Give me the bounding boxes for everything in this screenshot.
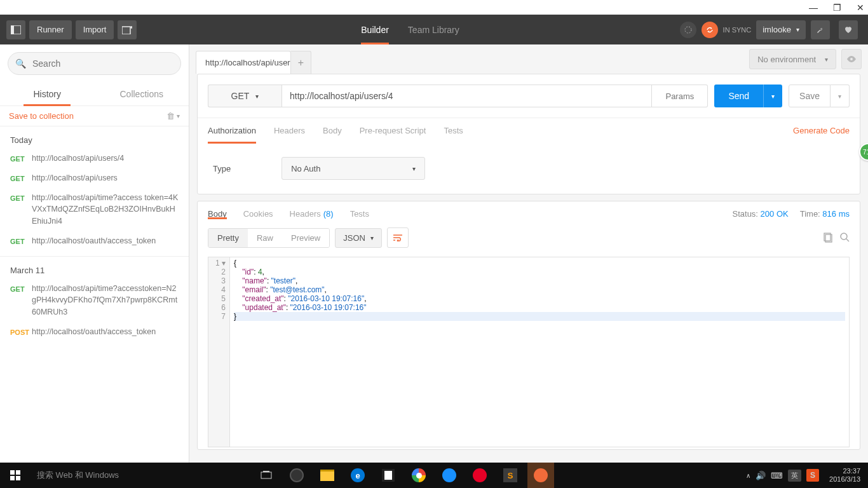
window-controls: — ❐ ✕ [0,0,868,15]
history-section-label: Today [0,126,189,149]
resp-tab-tests[interactable]: Tests [350,209,369,219]
environment-select[interactable]: No environment▾ [749,49,836,69]
svg-line-9 [846,239,849,241]
taskbar-app-active[interactable] [527,463,554,488]
new-window-button[interactable] [118,20,137,39]
copy-response-button[interactable] [824,233,832,243]
heart-button[interactable] [839,20,858,39]
taskbar-search[interactable]: 搜索 Web 和 Windows [31,470,247,481]
copy-icon [824,233,832,243]
history-item[interactable]: GEThttp://localhost/api/time?access toke… [0,188,189,231]
save-to-collection[interactable]: Save to collection [9,111,74,121]
task-view-button[interactable] [253,463,280,488]
search-icon [840,233,850,242]
clear-history[interactable]: 🗑▾ [166,111,180,121]
import-button[interactable]: Import [76,20,114,39]
user-menu[interactable]: imlooke▾ [756,20,806,39]
search-icon: 🔍 [15,58,26,69]
svg-rect-10 [10,470,15,475]
save-button[interactable]: Save [789,85,831,107]
history-item[interactable]: GEThttp://localhost/api/users [0,168,189,188]
view-raw[interactable]: Raw [248,229,282,247]
taskbar-app[interactable] [436,463,463,488]
taskbar-app[interactable] [283,463,310,488]
toggle-sidebar-button[interactable] [6,20,25,39]
app-topbar: Runner Import Builder Team Library IN SY… [0,15,868,44]
search-input[interactable] [8,52,181,75]
time-label: Time: 816 ms [800,209,850,219]
format-select[interactable]: JSON▾ [335,228,382,248]
request-area: http://localhost/api/user + No environme… [189,44,868,463]
history-item[interactable]: GEThttp://localhost/api/users/4 [0,149,189,168]
taskbar-clock[interactable]: 23:37 2016/3/13 [824,467,865,484]
sync-icon[interactable] [702,22,718,38]
tray-volume-icon[interactable]: 🔊 [756,471,766,480]
send-dropdown[interactable]: ▾ [763,85,782,107]
wrap-lines-button[interactable] [387,227,409,248]
chevron-down-icon: ▾ [255,93,259,100]
generate-code-link[interactable]: Generate Code [793,126,850,135]
svg-point-8 [841,233,847,240]
url-input[interactable] [281,85,652,107]
subtab-prerequest[interactable]: Pre-request Script [360,118,426,143]
subtab-headers[interactable]: Headers [274,118,305,143]
subtab-body[interactable]: Body [323,118,342,143]
taskbar-app[interactable]: S [497,463,524,488]
taskbar-app[interactable] [466,463,493,488]
minimize-button[interactable]: — [809,3,818,13]
tray-keyboard-icon[interactable]: ⌨ [771,471,783,480]
view-pretty[interactable]: Pretty [208,229,248,247]
wrap-icon [393,234,403,241]
svg-rect-11 [16,470,20,475]
resp-tab-body[interactable]: Body [208,209,227,219]
environment-preview[interactable] [841,49,862,69]
svg-point-5 [685,27,691,33]
view-preview[interactable]: Preview [282,229,329,247]
tray-show-hidden[interactable]: ∧ [746,472,750,479]
params-button[interactable]: Params [652,85,708,107]
maximize-button[interactable]: ❐ [833,3,841,13]
chevron-down-icon: ▾ [412,165,416,172]
tab-builder[interactable]: Builder [361,15,389,44]
runner-button[interactable]: Runner [29,20,72,39]
history-item[interactable]: GEThttp://localhost/oauth/access_token [0,231,189,251]
add-tab-button[interactable]: + [291,51,311,74]
resp-tab-cookies[interactable]: Cookies [243,209,273,219]
close-button[interactable]: ✕ [857,3,864,13]
start-button[interactable] [0,463,31,488]
subtab-authorization[interactable]: Authorization [208,118,256,143]
trash-icon: 🗑 [166,111,175,121]
chevron-down-icon: ▾ [825,56,828,63]
taskbar-app[interactable] [375,463,402,488]
svg-rect-1 [11,25,14,34]
response-body[interactable]: 1 ▾234567 { "id": 4, "name": "tester", "… [208,257,850,447]
ime-indicator[interactable]: 英 [788,470,801,482]
save-dropdown[interactable]: ▾ [831,85,850,107]
history-item[interactable]: GEThttp://localhost/api/time?accesstoken… [0,279,189,322]
sidebar-tab-history[interactable]: History [0,83,95,105]
sogou-ime-icon[interactable]: S [806,469,819,482]
method-select[interactable]: GET▾ [208,85,281,107]
taskbar-app[interactable]: e [344,463,371,488]
time-value: 816 ms [822,209,850,219]
settings-button[interactable] [811,20,830,39]
status-value: 200 OK [761,209,789,219]
windows-icon [10,470,20,480]
search-response-button[interactable] [840,233,850,243]
windows-taskbar: 搜索 Web 和 Windows e S ∧ 🔊 ⌨ 英 S 23:37 201… [0,463,868,488]
resp-tab-headers[interactable]: Headers (8) [290,209,334,219]
send-button[interactable]: Send [714,85,763,107]
svg-rect-13 [16,476,20,480]
window-plus-icon [122,25,132,34]
sidebar-tab-collections[interactable]: Collections [95,83,189,105]
tab-team-library[interactable]: Team Library [408,15,459,44]
taskbar-app[interactable] [405,463,432,488]
sidebar: 🔍 History Collections Save to collection… [0,44,189,463]
history-item[interactable]: POSThttp://localhost/oauth/access_token [0,322,189,342]
interceptor-icon[interactable] [680,22,696,38]
taskbar-app[interactable] [314,463,341,488]
subtab-tests[interactable]: Tests [444,118,463,143]
auth-type-select[interactable]: No Auth▾ [281,157,425,180]
request-tab[interactable]: http://localhost/api/user [196,51,291,74]
chevron-down-icon: ▾ [771,93,775,100]
